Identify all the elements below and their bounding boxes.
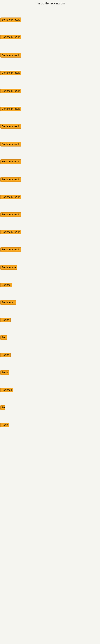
bottleneck-badge-11[interactable]: Bottleneck result <box>0 195 21 199</box>
bottleneck-badge-19[interactable]: Bot <box>0 335 7 340</box>
bottleneck-badge-row-20: Bottlen <box>0 353 11 358</box>
bottleneck-badge-12[interactable]: Bottleneck result <box>0 212 21 217</box>
site-title: TheBottlenecker.com <box>0 0 100 6</box>
bottleneck-badge-row-18: Bottlen <box>0 318 11 323</box>
bottleneck-badge-row-12: Bottleneck result <box>0 212 21 218</box>
bottleneck-badge-row-19: Bot <box>0 335 7 340</box>
bottleneck-badge-13[interactable]: Bottleneck result <box>0 230 21 234</box>
bottleneck-badge-24[interactable]: Bottle <box>0 423 9 427</box>
bottleneck-badge-row-9: Bottleneck result <box>0 160 21 164</box>
bottleneck-badge-row-10: Bottleneck result <box>0 177 21 182</box>
bottleneck-badge-16[interactable]: Bottlene <box>0 283 12 287</box>
bottleneck-badge-row-23: Bo <box>0 405 5 410</box>
bottleneck-badge-7[interactable]: Bottleneck result <box>0 124 21 128</box>
bottleneck-badge-row-6: Bottleneck result <box>0 107 21 112</box>
bottleneck-badge-row-17: Bottleneck r <box>0 300 16 306</box>
bottleneck-badge-row-1: Bottleneck result <box>0 18 21 23</box>
bottleneck-badge-row-2: Bottleneck result <box>0 35 21 40</box>
bottleneck-badge-10[interactable]: Bottleneck result <box>0 177 21 182</box>
bottleneck-badge-row-13: Bottleneck result <box>0 230 21 235</box>
bottleneck-badge-row-21: Bottle <box>0 370 9 376</box>
bottleneck-badge-row-8: Bottleneck result <box>0 142 21 147</box>
bottleneck-badge-9[interactable]: Bottleneck result <box>0 160 21 164</box>
bottleneck-badge-6[interactable]: Bottleneck result <box>0 107 21 111</box>
bottleneck-badge-5[interactable]: Bottleneck result <box>0 89 21 93</box>
bottleneck-badge-row-5: Bottleneck result <box>0 89 21 94</box>
bottleneck-badge-3[interactable]: Bottleneck result <box>0 53 21 58</box>
bottleneck-badge-22[interactable]: Bottlenec <box>0 388 13 392</box>
bottleneck-badge-23[interactable]: Bo <box>0 405 5 410</box>
bottleneck-badge-18[interactable]: Bottlen <box>0 318 11 322</box>
bottleneck-badge-14[interactable]: Bottleneck result <box>0 247 21 252</box>
bottleneck-badge-row-7: Bottleneck result <box>0 124 21 130</box>
bottleneck-badge-21[interactable]: Bottle <box>0 370 9 375</box>
bottleneck-badge-row-22: Bottlenec <box>0 388 13 393</box>
bottleneck-badge-8[interactable]: Bottleneck result <box>0 142 21 146</box>
bottleneck-badge-row-24: Bottle <box>0 423 9 428</box>
bottleneck-badge-17[interactable]: Bottleneck r <box>0 300 16 305</box>
bottleneck-badge-row-16: Bottlene <box>0 283 12 288</box>
bottleneck-badge-15[interactable]: Bottleneck re <box>0 265 17 270</box>
bottleneck-badge-2[interactable]: Bottleneck result <box>0 35 21 39</box>
bottleneck-badge-20[interactable]: Bottlen <box>0 353 11 357</box>
bottleneck-badge-row-15: Bottleneck re <box>0 265 17 270</box>
bottleneck-badge-row-11: Bottleneck result <box>0 195 21 200</box>
bottleneck-badge-row-4: Bottleneck result <box>0 71 21 76</box>
bottleneck-badge-4[interactable]: Bottleneck result <box>0 71 21 75</box>
bottleneck-badge-row-3: Bottleneck result <box>0 53 21 58</box>
bottleneck-badge-row-14: Bottleneck result <box>0 247 21 252</box>
bottleneck-badge-1[interactable]: Bottleneck result <box>0 18 21 22</box>
